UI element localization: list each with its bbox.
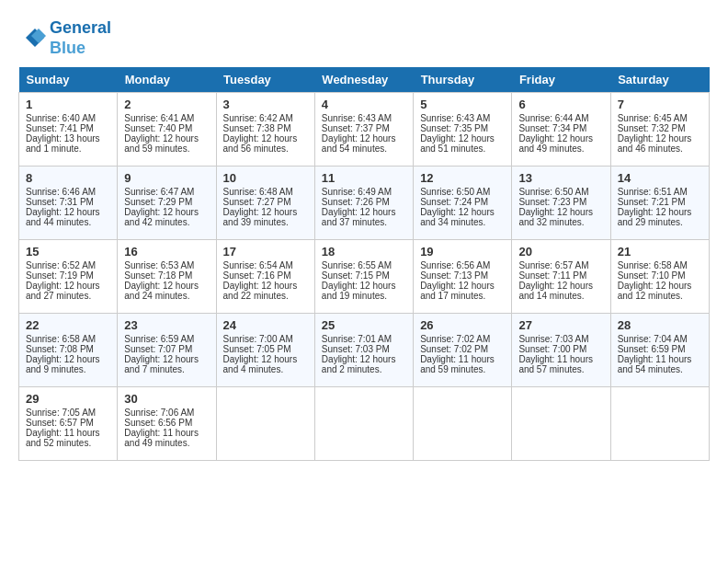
day-info-line: and 2 minutes. [322, 364, 406, 374]
day-number: 30 [124, 392, 209, 406]
day-info-line: Sunrise: 6:49 AM [322, 187, 406, 197]
day-number: 15 [26, 245, 110, 259]
day-info-line: Sunset: 7:40 PM [124, 123, 209, 133]
day-number: 10 [223, 171, 308, 185]
day-number: 22 [26, 318, 110, 332]
day-number: 21 [618, 245, 702, 259]
calendar-cell: 19Sunrise: 6:56 AMSunset: 7:13 PMDayligh… [414, 240, 512, 314]
day-info-line: and 46 minutes. [618, 144, 702, 154]
day-number: 14 [618, 171, 702, 185]
col-header-monday: Monday [118, 67, 216, 93]
calendar-cell: 13Sunrise: 6:50 AMSunset: 7:23 PMDayligh… [512, 167, 610, 240]
week-row-3: 15Sunrise: 6:52 AMSunset: 7:19 PMDayligh… [19, 240, 710, 314]
day-info-line: Sunrise: 6:58 AM [618, 260, 702, 270]
day-info-line: Sunset: 7:26 PM [322, 197, 406, 207]
day-info-line: and 17 minutes. [420, 291, 505, 301]
day-info-line: Sunset: 7:34 PM [518, 123, 603, 133]
calendar-cell: 5Sunrise: 6:43 AMSunset: 7:35 PMDaylight… [414, 93, 512, 167]
day-info-line: Sunrise: 6:54 AM [223, 260, 308, 270]
day-info-line: and 42 minutes. [124, 217, 209, 227]
day-info-line: Sunrise: 6:50 AM [518, 187, 603, 197]
calendar-cell: 7Sunrise: 6:45 AMSunset: 7:32 PMDaylight… [610, 93, 709, 167]
day-info-line: Sunset: 7:23 PM [518, 197, 603, 207]
day-info-line: Sunrise: 6:52 AM [26, 260, 110, 270]
col-header-thursday: Thursday [414, 67, 512, 93]
calendar-cell: 20Sunrise: 6:57 AMSunset: 7:11 PMDayligh… [512, 240, 610, 314]
day-info-line: Daylight: 12 hours [322, 133, 406, 144]
calendar-cell: 17Sunrise: 6:54 AMSunset: 7:16 PMDayligh… [216, 240, 314, 314]
day-info-line: and 52 minutes. [26, 438, 110, 448]
calendar-cell: 10Sunrise: 6:48 AMSunset: 7:27 PMDayligh… [216, 167, 314, 240]
day-info-line: and 51 minutes. [420, 144, 505, 154]
calendar-cell [414, 387, 512, 461]
day-info-line: Daylight: 13 hours [26, 133, 110, 144]
calendar-cell [512, 387, 610, 461]
logo: General Blue [18, 18, 111, 58]
day-number: 24 [223, 318, 308, 332]
calendar-cell: 11Sunrise: 6:49 AMSunset: 7:26 PMDayligh… [314, 167, 413, 240]
day-info-line: Sunset: 6:59 PM [618, 344, 702, 354]
day-info-line: Sunrise: 6:55 AM [322, 260, 406, 270]
calendar-cell: 24Sunrise: 7:00 AMSunset: 7:05 PMDayligh… [216, 314, 314, 387]
day-info-line: and 9 minutes. [26, 364, 110, 374]
day-number: 18 [322, 245, 406, 259]
day-number: 20 [518, 245, 603, 259]
day-number: 2 [124, 98, 209, 111]
day-info-line: Sunset: 6:56 PM [124, 418, 209, 428]
day-info-line: Daylight: 12 hours [420, 133, 505, 144]
calendar-cell: 30Sunrise: 7:06 AMSunset: 6:56 PMDayligh… [118, 387, 216, 461]
day-info-line: Sunrise: 6:41 AM [124, 113, 209, 123]
col-header-sunday: Sunday [19, 67, 118, 93]
day-info-line: and 54 minutes. [322, 144, 406, 154]
day-info-line: and 24 minutes. [124, 291, 209, 301]
day-info-line: Daylight: 12 hours [518, 207, 603, 217]
day-info-line: Daylight: 12 hours [26, 281, 110, 291]
day-number: 27 [518, 318, 603, 332]
day-info-line: Sunset: 7:16 PM [223, 270, 308, 281]
day-info-line: and 39 minutes. [223, 217, 308, 227]
calendar-cell: 23Sunrise: 6:59 AMSunset: 7:07 PMDayligh… [118, 314, 216, 387]
day-info-line: and 32 minutes. [518, 217, 603, 227]
day-info-line: Sunrise: 7:04 AM [618, 334, 702, 344]
day-number: 9 [124, 171, 209, 185]
calendar-cell: 8Sunrise: 6:46 AMSunset: 7:31 PMDaylight… [19, 167, 118, 240]
day-info-line: Daylight: 11 hours [124, 428, 209, 438]
day-info-line: Daylight: 12 hours [322, 207, 406, 217]
day-info-line: Sunset: 7:18 PM [124, 270, 209, 281]
day-info-line: Sunrise: 6:56 AM [420, 260, 505, 270]
day-number: 11 [322, 171, 406, 185]
day-info-line: Daylight: 12 hours [420, 281, 505, 291]
calendar-cell: 22Sunrise: 6:58 AMSunset: 7:08 PMDayligh… [19, 314, 118, 387]
day-info-line: Sunrise: 6:40 AM [26, 113, 110, 123]
day-number: 23 [124, 318, 209, 332]
day-info-line: Sunrise: 6:48 AM [223, 187, 308, 197]
day-info-line: and 1 minute. [26, 144, 110, 154]
day-info-line: Sunrise: 6:51 AM [618, 187, 702, 197]
day-info-line: Sunrise: 6:57 AM [518, 260, 603, 270]
col-header-saturday: Saturday [610, 67, 709, 93]
day-info-line: Sunset: 7:02 PM [420, 344, 505, 354]
day-number: 25 [322, 318, 406, 332]
day-number: 1 [26, 98, 110, 111]
day-number: 29 [26, 392, 110, 406]
calendar-cell: 9Sunrise: 6:47 AMSunset: 7:29 PMDaylight… [118, 167, 216, 240]
day-info-line: Sunset: 7:31 PM [26, 197, 110, 207]
calendar-cell: 16Sunrise: 6:53 AMSunset: 7:18 PMDayligh… [118, 240, 216, 314]
day-info-line: and 44 minutes. [26, 217, 110, 227]
day-info-line: Sunset: 7:27 PM [223, 197, 308, 207]
day-info-line: and 59 minutes. [124, 144, 209, 154]
day-number: 19 [420, 245, 505, 259]
week-row-5: 29Sunrise: 7:05 AMSunset: 6:57 PMDayligh… [19, 387, 710, 461]
day-info-line: and 29 minutes. [618, 217, 702, 227]
day-info-line: Sunset: 7:07 PM [124, 344, 209, 354]
day-info-line: Daylight: 12 hours [124, 133, 209, 144]
day-info-line: Sunrise: 6:53 AM [124, 260, 209, 270]
day-info-line: and 4 minutes. [223, 364, 308, 374]
day-info-line: Sunset: 7:03 PM [322, 344, 406, 354]
day-info-line: Daylight: 12 hours [618, 207, 702, 217]
calendar-cell [216, 387, 314, 461]
logo-text: General Blue [50, 18, 111, 58]
day-info-line: Sunset: 7:13 PM [420, 270, 505, 281]
day-number: 7 [618, 98, 702, 111]
day-info-line: Daylight: 11 hours [618, 354, 702, 364]
